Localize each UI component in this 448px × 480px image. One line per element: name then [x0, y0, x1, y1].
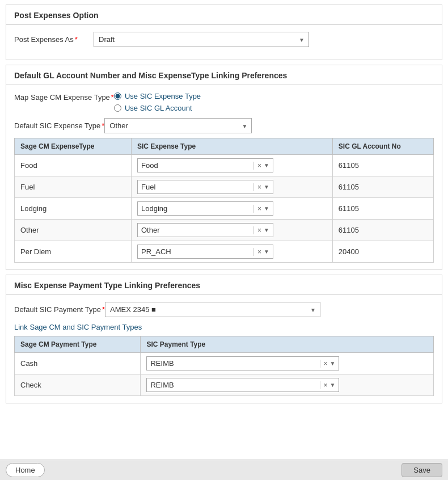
expense-sic-cell: Food×▼ [131, 155, 332, 176]
expense-sage-cm-cell: Lodging [15, 198, 132, 220]
post-as-select[interactable]: Draft Approved Posted [94, 32, 309, 47]
default-payment-label: Default SIC Payment Type* [14, 305, 105, 314]
chevron-down-icon[interactable]: ▼ [329, 360, 337, 367]
clear-icon[interactable]: × [323, 360, 329, 368]
expense-table-row: LodgingLodging×▼61105 [15, 198, 434, 220]
expense-type-table: Sage CM ExpenseType SIC Expense Type SIC… [14, 138, 434, 263]
payment-sic-select[interactable]: REIMB [147, 378, 319, 391]
expense-sage-cm-cell: Per Diem [15, 241, 132, 263]
expense-gl-cell: 61105 [332, 198, 433, 220]
default-sic-select[interactable]: Other Food Fuel Lodging Per Diem [104, 118, 252, 133]
chevron-down-icon[interactable]: ▼ [263, 249, 271, 255]
payment-type-table: Sage CM Payment Type SIC Payment Type Ca… [14, 336, 434, 396]
map-radio-group: Use SIC Expense Type Use SIC GL Account [114, 92, 201, 112]
clear-icon[interactable]: × [256, 226, 263, 234]
expense-sic-select-wrapper: Fuel×▼ [137, 180, 273, 194]
home-button[interactable]: Home [6, 463, 45, 477]
expense-sic-select[interactable]: PR_ACH [138, 245, 253, 258]
expense-table-row: FuelFuel×▼61105 [15, 176, 434, 198]
col-sic-expense: SIC Expense Type [131, 138, 332, 155]
expense-sic-select[interactable]: Other [138, 224, 253, 237]
col-sage-cm: Sage CM ExpenseType [15, 138, 132, 155]
expense-sic-cell: Fuel×▼ [131, 176, 332, 198]
expense-sage-cm-cell: Fuel [15, 176, 132, 198]
gl-account-title: Default GL Account Number and Misc Expen… [6, 65, 442, 85]
payment-sic-select[interactable]: REIMB [147, 357, 319, 370]
post-expenses-section: Post Expenses Option Post Expenses As* D… [6, 5, 442, 60]
chevron-down-icon[interactable]: ▼ [263, 184, 271, 190]
chevron-down-icon[interactable]: ▼ [263, 227, 271, 233]
col-sage-payment: Sage CM Payment Type [15, 336, 141, 353]
default-sic-select-wrapper: Other Food Fuel Lodging Per Diem [104, 118, 252, 133]
post-as-label: Post Expenses As* [14, 35, 94, 44]
post-expenses-title: Post Expenses Option [6, 5, 442, 25]
payment-sic-select-wrapper: REIMB×▼ [146, 378, 339, 392]
expense-gl-cell: 61105 [332, 176, 433, 198]
default-sic-label: Default SIC Expense Type* [14, 121, 104, 130]
expense-table-row: Per DiemPR_ACH×▼20400 [15, 241, 434, 263]
expense-table-row: FoodFood×▼61105 [15, 155, 434, 176]
expense-sic-select-wrapper: Lodging×▼ [137, 201, 273, 216]
col-sic-gl: SIC GL Account No [332, 138, 433, 155]
clear-icon[interactable]: × [256, 248, 263, 256]
payment-sage-cm-cell: Cash [15, 353, 141, 374]
payment-table-row: CashREIMB×▼ [15, 353, 434, 374]
footer: Home Save [0, 460, 448, 480]
expense-table-row: OtherOther×▼61105 [15, 220, 434, 241]
link-sage-cm-label: Link Sage CM and SIC Payment Types [14, 323, 434, 331]
expense-sic-select[interactable]: Lodging [138, 202, 253, 215]
expense-sic-select-wrapper: Other×▼ [137, 223, 273, 237]
payment-sic-select-wrapper: REIMB×▼ [146, 356, 339, 370]
clear-icon[interactable]: × [256, 162, 263, 170]
post-as-select-wrapper: Draft Approved Posted [94, 32, 309, 47]
payment-type-title: Misc Expense Payment Type Linking Prefer… [6, 275, 442, 295]
payment-sic-cell: REIMB×▼ [141, 374, 434, 396]
expense-sic-cell: Lodging×▼ [131, 198, 332, 220]
payment-sage-cm-cell: Check [15, 374, 141, 396]
expense-sic-select-wrapper: PR_ACH×▼ [137, 245, 273, 259]
radio-use-sic-expense[interactable]: Use SIC Expense Type [114, 92, 201, 100]
clear-icon[interactable]: × [256, 183, 263, 191]
map-sage-label: Map Sage CM Expense Type* [14, 92, 114, 102]
payment-type-section: Misc Expense Payment Type Linking Prefer… [6, 275, 442, 403]
expense-sic-cell: PR_ACH×▼ [131, 241, 332, 263]
expense-sage-cm-cell: Food [15, 155, 132, 176]
radio-use-sic-gl[interactable]: Use SIC GL Account [114, 104, 201, 112]
gl-account-section: Default GL Account Number and Misc Expen… [6, 65, 442, 270]
expense-sic-select[interactable]: Fuel [138, 180, 253, 193]
chevron-down-icon[interactable]: ▼ [263, 205, 271, 212]
save-button[interactable]: Save [401, 463, 442, 477]
chevron-down-icon[interactable]: ▼ [263, 162, 271, 169]
clear-icon[interactable]: × [323, 381, 329, 389]
chevron-down-icon[interactable]: ▼ [329, 382, 337, 388]
expense-gl-cell: 20400 [332, 241, 433, 263]
expense-sic-cell: Other×▼ [131, 220, 332, 241]
clear-icon[interactable]: × [256, 205, 263, 213]
payment-sic-cell: REIMB×▼ [141, 353, 434, 374]
col-sic-payment: SIC Payment Type [141, 336, 434, 353]
expense-gl-cell: 61105 [332, 220, 433, 241]
default-payment-select[interactable]: AMEX 2345 ■ Cash Check REIMB [105, 302, 320, 317]
expense-gl-cell: 61105 [332, 155, 433, 176]
expense-sic-select-wrapper: Food×▼ [137, 158, 273, 172]
expense-sage-cm-cell: Other [15, 220, 132, 241]
payment-table-row: CheckREIMB×▼ [15, 374, 434, 396]
expense-sic-select[interactable]: Food [138, 159, 253, 172]
default-payment-select-wrapper: AMEX 2345 ■ Cash Check REIMB [105, 302, 320, 317]
